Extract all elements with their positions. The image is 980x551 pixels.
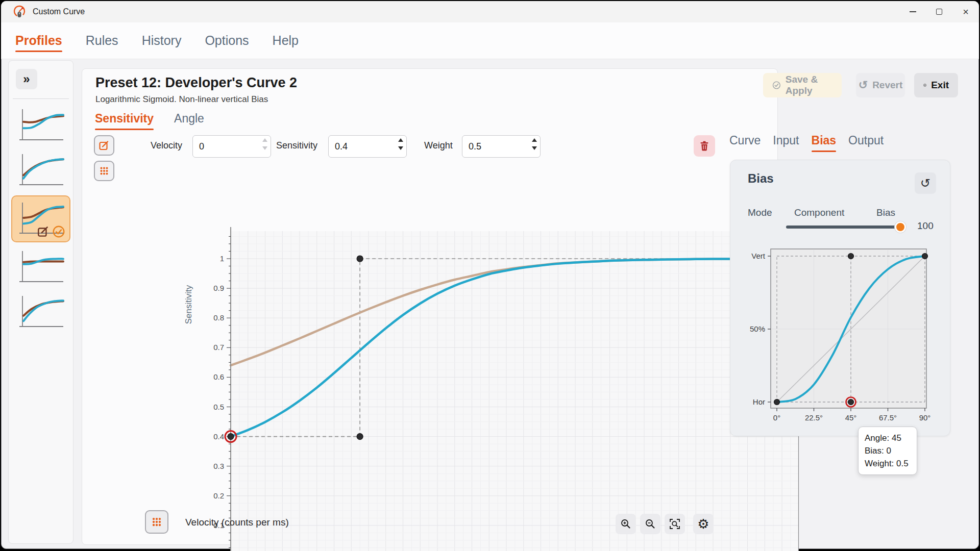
weight-spinner[interactable]	[532, 138, 537, 150]
spin-down-icon	[262, 146, 267, 150]
svg-text:0.4: 0.4	[213, 432, 224, 441]
bias-angle-chart[interactable]: Hor50%Vert0°22.5°45°67.5°90°	[743, 240, 939, 431]
svg-text:22.5°: 22.5°	[805, 413, 823, 422]
preset-thumbnail-4[interactable]	[15, 247, 66, 287]
svg-text:0°: 0°	[773, 413, 780, 422]
header-actions: Save & Apply ↺ Revert Exit	[763, 73, 958, 97]
menu-rules[interactable]: Rules	[86, 33, 118, 48]
zoom-fit-button[interactable]	[665, 514, 685, 534]
selected-thumb-badges	[37, 225, 65, 238]
save-apply-button[interactable]: Save & Apply	[763, 73, 842, 97]
window-title: Custom Curve	[33, 7, 85, 16]
tab-bias[interactable]: Bias	[812, 134, 837, 147]
titlebar: Custom Curve ×	[1, 1, 979, 22]
profiles-sidebar: »	[8, 60, 74, 544]
preset-thumbnail-5[interactable]	[15, 292, 66, 332]
preset-title: Preset 12: Developer's Curve 2	[95, 75, 297, 91]
svg-text:0.7: 0.7	[213, 343, 224, 352]
spin-up-icon	[398, 138, 403, 142]
minimize-icon	[910, 11, 916, 12]
curve-tabs: Sensitivity Angle	[95, 112, 204, 126]
sensitivity-spinner[interactable]	[398, 138, 403, 150]
exit-button[interactable]: Exit	[914, 73, 958, 97]
check-circle-icon	[52, 225, 65, 238]
svg-text:Hor: Hor	[753, 397, 765, 406]
grid-dots-icon	[150, 515, 163, 529]
svg-text:Sensitivity: Sensitivity	[184, 285, 193, 324]
menu-profiles[interactable]: Profiles	[15, 33, 62, 48]
preset-editor-card: Preset 12: Developer's Curve 2 Logarithm…	[82, 68, 778, 545]
svg-text:0.5: 0.5	[213, 403, 224, 411]
preset-thumbnail-list	[9, 106, 73, 332]
curve-handle-point[interactable]	[357, 434, 363, 440]
bias-label: Bias	[876, 207, 895, 218]
svg-text:0.2: 0.2	[213, 491, 224, 500]
velocity-spinner[interactable]	[262, 138, 267, 150]
menubar: Profiles Rules History Options Help	[1, 22, 979, 59]
save-apply-label: Save & Apply	[786, 74, 832, 96]
grid-toggle-button[interactable]	[145, 510, 168, 534]
point-tooltip: Angle: 45 Bias: 0 Weight: 0.5	[858, 427, 917, 475]
velocity-label: Velocity	[151, 140, 182, 151]
curve-handle-point[interactable]	[357, 256, 363, 262]
svg-text:0.8: 0.8	[213, 313, 224, 322]
sidebar-expand-button[interactable]: »	[16, 69, 37, 89]
tab-angle[interactable]: Angle	[174, 112, 204, 126]
zoom-out-icon	[645, 518, 656, 530]
revert-label: Revert	[872, 80, 902, 91]
tab-output[interactable]: Output	[848, 134, 884, 147]
sensitivity-label: Sensitivity	[276, 140, 317, 151]
velocity-input[interactable]	[193, 136, 253, 157]
sensitivity-chart[interactable]: 00.10.20.30.40.50.60.70.80.9102468101214…	[174, 225, 804, 551]
zoom-fit-icon	[669, 518, 680, 530]
exit-label: Exit	[931, 80, 949, 91]
bias-handle-point[interactable]	[774, 399, 780, 405]
sensitivity-input-wrap	[328, 135, 407, 158]
menu-options[interactable]: Options	[205, 33, 249, 48]
bias-handle-point[interactable]	[848, 254, 854, 259]
minimize-button[interactable]	[899, 1, 926, 22]
maximize-button[interactable]	[926, 1, 952, 22]
bias-slider[interactable]	[786, 226, 900, 229]
tab-curve[interactable]: Curve	[729, 134, 761, 147]
preset-thumbnail-3-selected[interactable]	[11, 195, 70, 242]
menu-history[interactable]: History	[142, 33, 182, 48]
spin-down-icon	[532, 146, 537, 150]
tab-input[interactable]: Input	[773, 134, 799, 147]
weight-input-wrap	[462, 135, 541, 158]
edit-mode-button[interactable]	[94, 135, 114, 156]
sensitivity-input[interactable]	[329, 136, 389, 157]
preset-subtitle: Logarithmic Sigmoid. Non-linear vertical…	[95, 94, 268, 105]
revert-button[interactable]: ↺ Revert	[856, 73, 905, 97]
bias-handle-point[interactable]	[922, 254, 928, 259]
spin-down-icon	[398, 146, 403, 150]
zoom-in-button[interactable]	[616, 514, 636, 534]
trash-icon	[699, 140, 710, 152]
bias-slider-knob[interactable]	[895, 221, 906, 233]
close-button[interactable]: ×	[952, 1, 979, 22]
weight-input[interactable]	[462, 136, 523, 157]
preset-thumbnail-2[interactable]	[15, 151, 66, 190]
grid-snap-button[interactable]	[94, 161, 114, 181]
bias-reset-button[interactable]: ↺	[915, 172, 936, 194]
tooltip-angle: Angle: 45	[865, 432, 911, 444]
svg-text:67.5°: 67.5°	[879, 413, 897, 422]
preset-thumbnail-1[interactable]	[15, 106, 66, 145]
svg-text:0.3: 0.3	[213, 462, 224, 470]
svg-text:1: 1	[220, 254, 224, 263]
zoom-out-button[interactable]	[640, 514, 660, 534]
svg-text:45°: 45°	[845, 413, 857, 422]
delete-point-button[interactable]	[694, 135, 715, 157]
chart-settings-button[interactable]: ⚙	[693, 514, 714, 534]
right-panel-tabs: Curve Input Bias Output	[729, 134, 884, 147]
svg-text:Vert: Vert	[751, 252, 766, 260]
svg-text:90°: 90°	[919, 413, 931, 422]
menu-help[interactable]: Help	[273, 33, 299, 48]
selected-bias-point[interactable]	[848, 399, 854, 405]
tab-sensitivity[interactable]: Sensitivity	[95, 112, 154, 126]
edit-pencil-icon	[37, 225, 50, 238]
selected-curve-point[interactable]	[228, 434, 234, 440]
svg-text:0.6: 0.6	[213, 372, 224, 381]
zoom-in-icon	[620, 518, 631, 530]
bias-panel-title: Bias	[748, 171, 774, 186]
